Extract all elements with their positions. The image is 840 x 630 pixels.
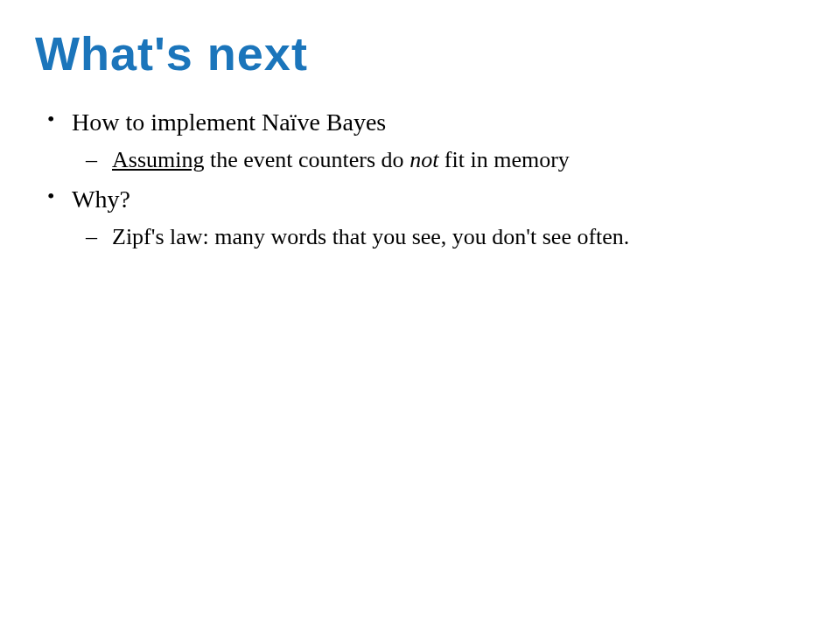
bullet-level1: How to implement Naïve Bayes (35, 105, 805, 139)
bullet-text-part: the event counters do (204, 147, 410, 172)
slide-title: What's next (35, 26, 805, 80)
bullet-level1: Why? (35, 182, 805, 216)
bullet-text: Why? (72, 186, 130, 213)
bullet-list: How to implement Naïve Bayes Assuming th… (35, 105, 805, 253)
bullet-text-underlined: Assuming (112, 147, 204, 172)
bullet-text-italic: not (410, 147, 438, 172)
bullet-level2: Zipf's law: many words that you see, you… (35, 221, 805, 253)
bullet-text: Zipf's law: many words that you see, you… (112, 224, 629, 249)
bullet-text: How to implement Naïve Bayes (72, 108, 386, 136)
bullet-level2: Assuming the event counters do not fit i… (35, 144, 805, 176)
slide-container: What's next How to implement Naïve Bayes… (0, 0, 840, 284)
bullet-text-part: fit in memory (438, 147, 569, 172)
